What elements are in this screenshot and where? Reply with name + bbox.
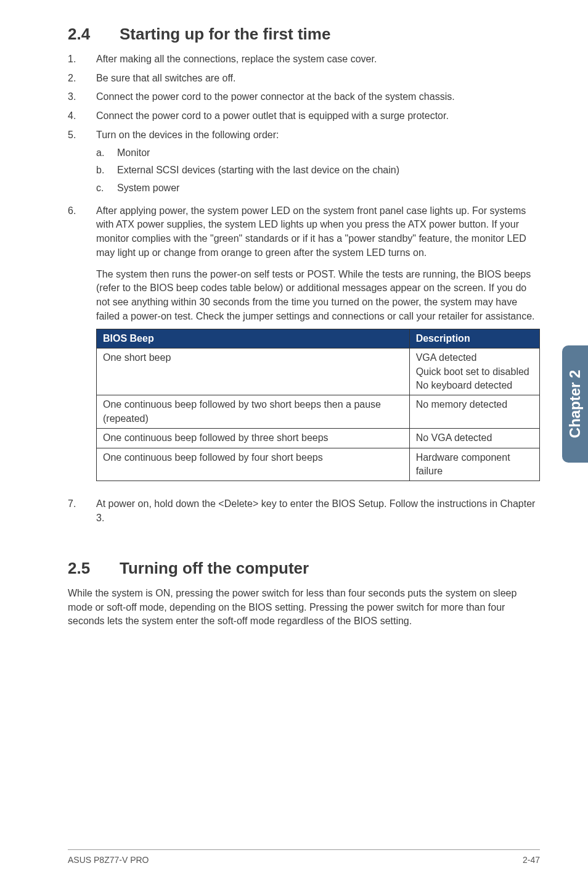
substep-text: Monitor: [117, 146, 150, 160]
step-text: Turn on the devices in the following ord…: [96, 130, 279, 140]
step-item: 1. After making all the connections, rep…: [68, 52, 540, 67]
table-header-beep: BIOS Beep: [97, 329, 410, 349]
step-marker: 3.: [68, 90, 96, 104]
section-number: 2.5: [68, 559, 120, 578]
substeps-list: a.Monitor b.External SCSI devices (start…: [96, 146, 540, 196]
bios-beep-table: BIOS Beep Description One short beep VGA…: [96, 329, 540, 482]
step-item: 7. At power on, hold down the <Delete> k…: [68, 497, 540, 525]
step-text: Connect the power cord to a power outlet…: [96, 109, 540, 123]
step-marker: 5.: [68, 128, 96, 199]
section-title-text: Starting up for the first time: [120, 25, 330, 43]
step-marker: 1.: [68, 52, 96, 67]
substep-item: c.System power: [96, 181, 540, 196]
step-text: After making all the connections, replac…: [96, 52, 540, 67]
table-row: One continuous beep followed by three sh…: [97, 429, 540, 448]
footer-left: ASUS P8Z77-V PRO: [68, 855, 149, 865]
step-text: After applying power, the system power L…: [96, 205, 526, 258]
step-body: After applying power, the system power L…: [96, 204, 540, 493]
step-text: At power on, hold down the <Delete> key …: [96, 497, 540, 525]
step-marker: 7.: [68, 497, 96, 525]
page-footer: ASUS P8Z77-V PRO 2-47: [68, 849, 540, 865]
table-cell: One short beep: [97, 349, 410, 395]
step-body: Turn on the devices in the following ord…: [96, 128, 540, 199]
step-marker: 2.: [68, 72, 96, 86]
substep-text: System power: [117, 181, 179, 196]
step-item: 4. Connect the power cord to a power out…: [68, 109, 540, 123]
step-item: 6. After applying power, the system powe…: [68, 204, 540, 493]
section-number: 2.4: [68, 25, 120, 44]
steps-list: 1. After making all the connections, rep…: [68, 52, 540, 526]
table-cell: One continuous beep followed by two shor…: [97, 395, 410, 429]
section-title-text: Turning off the computer: [120, 559, 309, 577]
substep-marker: b.: [96, 163, 117, 178]
step-text: Connect the power cord to the power conn…: [96, 90, 540, 104]
step-marker: 6.: [68, 204, 96, 493]
step-marker: 4.: [68, 109, 96, 123]
section-2-5: 2.5Turning off the computer While the sy…: [68, 559, 540, 629]
footer-right: 2-47: [523, 855, 540, 865]
substep-marker: c.: [96, 181, 117, 196]
heading-2-4: 2.4Starting up for the first time: [68, 25, 540, 44]
table-cell: One continuous beep followed by four sho…: [97, 448, 410, 481]
substep-marker: a.: [96, 146, 117, 160]
table-cell: No memory detected: [409, 395, 539, 429]
substep-text: External SCSI devices (starting with the…: [117, 163, 399, 178]
step-item: 5. Turn on the devices in the following …: [68, 128, 540, 199]
table-header-desc: Description: [409, 329, 539, 349]
table-cell: VGA detected Quick boot set to disabled …: [409, 349, 539, 395]
substep-item: a.Monitor: [96, 146, 540, 160]
table-cell: No VGA detected: [409, 429, 539, 448]
table-row: One short beep VGA detected Quick boot s…: [97, 349, 540, 395]
page-content: 2.4Starting up for the first time 1. Aft…: [0, 0, 588, 629]
step-item: 3. Connect the power cord to the power c…: [68, 90, 540, 104]
table-row: One continuous beep followed by four sho…: [97, 448, 540, 481]
section-body: While the system is ON, pressing the pow…: [68, 587, 540, 629]
step-paragraph: The system then runs the power-on self t…: [96, 268, 540, 324]
table-cell: Hardware component failure: [409, 448, 539, 481]
heading-2-5: 2.5Turning off the computer: [68, 559, 540, 578]
table-cell: One continuous beep followed by three sh…: [97, 429, 410, 448]
step-text: Be sure that all switches are off.: [96, 72, 540, 86]
table-row: One continuous beep followed by two shor…: [97, 395, 540, 429]
step-item: 2. Be sure that all switches are off.: [68, 72, 540, 86]
substep-item: b.External SCSI devices (starting with t…: [96, 163, 540, 178]
